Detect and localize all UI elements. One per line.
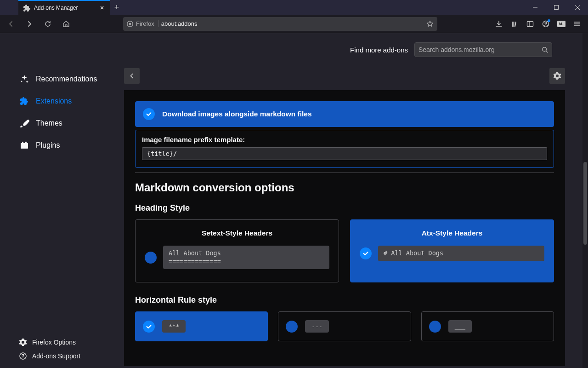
- sidebar-footer: Firefox Options Add-ons Support: [19, 339, 80, 360]
- svg-rect-17: [22, 142, 23, 143]
- code-sample: ***: [162, 320, 186, 333]
- search-icon: [542, 46, 548, 53]
- svg-rect-18: [25, 142, 27, 143]
- sidebar-item-extensions[interactable]: Extensions: [19, 90, 124, 112]
- check-icon: [360, 247, 372, 259]
- library-icon[interactable]: [507, 17, 522, 31]
- puzzle-icon: [19, 96, 29, 106]
- svg-rect-7: [514, 22, 514, 27]
- hr-choice-stars[interactable]: ***: [135, 311, 268, 341]
- tab-strip: Add-ons Manager × +: [0, 0, 123, 15]
- radio-unchecked-icon: [429, 321, 441, 333]
- close-window-button[interactable]: [567, 0, 588, 15]
- close-icon[interactable]: ×: [98, 4, 106, 12]
- window-controls: [525, 0, 588, 15]
- category-sidebar: Recommendations Extensions Themes Plugin…: [0, 33, 124, 368]
- identity-label: Firefox: [136, 20, 154, 27]
- svg-rect-8: [514, 21, 516, 26]
- firefox-options-link[interactable]: Firefox Options: [19, 339, 80, 346]
- search-placeholder: Search addons.mozilla.org: [418, 46, 495, 53]
- puzzle-icon: [23, 4, 30, 12]
- code-sample: # All About Dogs: [378, 246, 544, 261]
- navigation-toolbar: Firefox about:addons M↓: [0, 15, 588, 33]
- detail-toolbar: [124, 68, 565, 90]
- download-images-label: Download images alongside markdown files: [162, 110, 312, 118]
- sidebar-item-plugins[interactable]: Plugins: [19, 134, 124, 156]
- identity-box[interactable]: Firefox: [127, 20, 158, 27]
- sidebar-item-label: Recommendations: [36, 75, 97, 83]
- scrollbar[interactable]: [582, 33, 588, 368]
- bookmark-star-icon[interactable]: [426, 20, 434, 28]
- plugin-icon: [19, 140, 29, 150]
- url-bar[interactable]: Firefox about:addons: [123, 17, 437, 31]
- account-icon[interactable]: [538, 17, 553, 31]
- tab-title: Add-ons Manager: [34, 5, 95, 11]
- radio-unchecked-icon: [145, 252, 157, 264]
- heading-style-choices: Setext-Style Headers All About Dogs ====…: [135, 219, 554, 282]
- hr-style-title: Horizontal Rule style: [135, 295, 554, 305]
- sidebar-item-themes[interactable]: Themes: [19, 112, 124, 134]
- browser-tab[interactable]: Add-ons Manager ×: [18, 0, 110, 15]
- minimize-button[interactable]: [525, 0, 546, 15]
- extension-badge-icon[interactable]: M↓: [554, 17, 569, 31]
- divider: [135, 172, 554, 173]
- image-prefix-value: {title}/: [147, 150, 177, 157]
- gear-icon: [19, 339, 27, 346]
- back-button[interactable]: [4, 17, 18, 31]
- new-tab-button[interactable]: +: [110, 3, 123, 12]
- footer-link-label: Firefox Options: [32, 339, 76, 346]
- svg-point-5: [129, 23, 131, 24]
- brush-icon: [19, 118, 29, 128]
- reload-button[interactable]: [40, 17, 55, 31]
- find-addons-row: Find more add-ons Search addons.mozilla.…: [124, 42, 565, 57]
- hr-style-choices: *** --- ___: [135, 311, 554, 341]
- code-sample: All About Dogs ==============: [163, 246, 329, 269]
- scrollbar-thumb[interactable]: [583, 162, 587, 245]
- downloads-icon[interactable]: [492, 17, 506, 31]
- heading-choice-setext[interactable]: Setext-Style Headers All About Dogs ====…: [135, 219, 339, 282]
- svg-rect-1: [554, 6, 559, 10]
- image-prefix-card: Image filename prefix template: {title}/: [135, 130, 554, 168]
- addons-settings-button[interactable]: [549, 68, 565, 84]
- help-icon: [19, 352, 27, 360]
- home-button[interactable]: [59, 17, 74, 31]
- maximize-button[interactable]: [546, 0, 567, 15]
- image-prefix-label: Image filename prefix template:: [142, 136, 547, 144]
- footer-link-label: Add-ons Support: [32, 352, 80, 360]
- addons-support-link[interactable]: Add-ons Support: [19, 352, 80, 360]
- url-text: about:addons: [161, 20, 424, 27]
- heading-style-title: Heading Style: [135, 203, 554, 213]
- sidebar-item-label: Extensions: [36, 97, 72, 105]
- menu-icon[interactable]: [570, 17, 584, 31]
- sidebar-item-label: Plugins: [36, 141, 60, 150]
- titlebar: Add-ons Manager × +: [0, 0, 588, 15]
- sparkle-icon: [19, 74, 29, 84]
- sidebar-item-recommendations[interactable]: Recommendations: [19, 68, 124, 90]
- check-icon: [143, 108, 155, 120]
- sidebar-item-label: Themes: [36, 119, 62, 127]
- svg-line-21: [546, 51, 548, 53]
- svg-rect-9: [527, 21, 533, 26]
- choice-title: Setext-Style Headers: [145, 229, 329, 237]
- choice-title: Atx-Style Headers: [360, 229, 544, 237]
- forward-button[interactable]: [22, 17, 37, 31]
- hr-choice-dashes[interactable]: ---: [278, 311, 411, 341]
- image-prefix-input[interactable]: {title}/: [142, 147, 547, 160]
- code-sample: ---: [305, 320, 328, 333]
- radio-unchecked-icon: [286, 321, 298, 333]
- extension-options-panel: Download images alongside markdown files…: [124, 90, 565, 366]
- heading-choice-atx[interactable]: Atx-Style Headers # All About Dogs: [350, 219, 554, 282]
- detail-back-button[interactable]: [124, 68, 140, 84]
- section-title: Markdown conversion options: [135, 181, 554, 194]
- sidebar-toggle-icon[interactable]: [523, 17, 537, 31]
- check-icon: [143, 321, 155, 333]
- addons-main: Find more add-ons Search addons.mozilla.…: [124, 33, 565, 368]
- download-images-option[interactable]: Download images alongside markdown files: [135, 101, 554, 127]
- addons-content: Recommendations Extensions Themes Plugin…: [0, 33, 588, 368]
- svg-rect-6: [512, 22, 513, 27]
- svg-rect-16: [21, 143, 28, 149]
- hr-choice-underscores[interactable]: ___: [421, 311, 554, 341]
- find-addons-input[interactable]: Search addons.mozilla.org: [414, 42, 552, 57]
- code-sample: ___: [448, 320, 472, 333]
- find-addons-label: Find more add-ons: [350, 46, 408, 54]
